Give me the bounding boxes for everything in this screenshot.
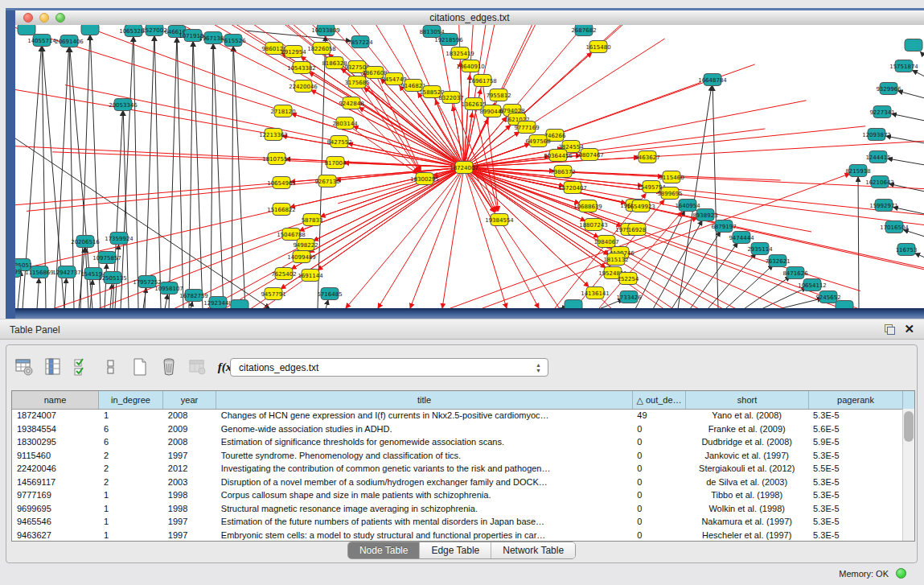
table-row[interactable]: 1938455462009Genome-wide association stu…	[12, 422, 902, 436]
graph-node-label: 1691144	[298, 273, 323, 279]
table-cell: Wolkin et al. (1998)	[685, 504, 808, 513]
table-cell: 5.3E-5	[808, 477, 902, 487]
column-header-pagerank[interactable]: pagerank	[809, 391, 903, 409]
graph-node[interactable]	[81, 25, 99, 35]
graph-node-label: 7615526	[220, 38, 246, 44]
table-row[interactable]: 946362711997Embryonic stem cells: a mode…	[12, 529, 902, 542]
graph-node-label: 252254	[618, 276, 639, 282]
graph-node-label: 16928	[628, 227, 646, 233]
table-options-button[interactable]	[14, 357, 34, 377]
table-cell: 0	[632, 451, 685, 460]
column-header-name[interactable]: name	[12, 391, 99, 409]
table-panel-title: Table Panel	[10, 324, 60, 336]
graph-node-label: 9227341	[869, 109, 894, 116]
table-cell: 9699695	[12, 504, 99, 513]
select-rows-button[interactable]	[72, 357, 92, 377]
graph-node-label: 12923448	[203, 300, 232, 307]
selected-network-table: citations_edges.txt	[239, 362, 318, 373]
table-row[interactable]: 1456911722003Disruption of a novel membe…	[12, 476, 902, 489]
column-header-short[interactable]: short	[686, 391, 809, 409]
graph-node[interactable]	[836, 301, 853, 309]
graph-node[interactable]	[231, 300, 248, 309]
table-scrollbar-thumb[interactable]	[904, 411, 914, 442]
graph-node-label: 10654965	[267, 180, 296, 187]
graph-node[interactable]	[905, 39, 922, 51]
graph-node-label: 9498222	[293, 242, 318, 249]
column-header-in_degree[interactable]: in_degree	[99, 391, 163, 409]
table-row[interactable]: 969969511998Structural magnetic resonanc…	[12, 502, 902, 516]
table-cell: 2	[99, 451, 163, 460]
graph-node[interactable]	[18, 25, 35, 35]
graph-node-label: 9329966	[876, 86, 901, 93]
graph-node-label: 20053346	[109, 102, 138, 109]
table-row[interactable]: 911546021997Tourette syndrome. Phenomeno…	[12, 449, 902, 463]
table-cell: Hescheler et al. (1997)	[685, 530, 808, 540]
tab-edge-table[interactable]: Edge Table	[420, 542, 491, 558]
network-view-window: citations_edges.txt 14055714206914061065…	[6, 8, 924, 319]
window-titlebar[interactable]: citations_edges.txt	[15, 10, 924, 26]
graph-node-label: 8454749	[381, 76, 406, 83]
graph-node-label: 16961758	[468, 78, 497, 84]
graph-node-label: 19218596	[434, 37, 463, 43]
graph-node-label: 18724007	[450, 165, 478, 171]
table-cell: 1	[99, 410, 163, 420]
graph-node-label: 10543382	[287, 65, 316, 72]
column-header-out_de[interactable]: △ out_de…	[633, 391, 686, 409]
graph-node-label: 8322037	[438, 95, 463, 101]
table-cell: 2	[99, 477, 163, 487]
table-cell: 2009	[163, 424, 216, 434]
graph-node[interactable]	[565, 300, 582, 309]
graph-node-label: 9146821	[400, 83, 425, 89]
graph-node-label: 18807243	[579, 222, 608, 229]
network-canvas[interactable]: 1405571420691406106532871527002646616110…	[15, 25, 924, 308]
graph-node-label: 12093872	[862, 132, 891, 138]
column-header-year[interactable]: year	[163, 391, 216, 409]
tab-network-table[interactable]: Network Table	[491, 542, 575, 558]
table-panel-titlebar[interactable]: Table Panel ✕	[0, 319, 924, 340]
table-row[interactable]: 977716911998Corpus callosum shape and si…	[12, 488, 902, 502]
tab-node-table[interactable]: Node Table	[348, 542, 421, 558]
table-row[interactable]: 2242004622012Investigating the contribut…	[12, 462, 902, 476]
table-cell: 9465546	[12, 517, 99, 526]
float-panel-icon[interactable]	[885, 324, 895, 335]
table-cell: 49	[632, 410, 685, 420]
table-row[interactable]: 1830029562008Estimation of significance …	[12, 435, 902, 449]
table-row[interactable]: 1872400712008Changes of HCN gene express…	[12, 409, 902, 422]
close-panel-icon[interactable]: ✕	[904, 322, 914, 336]
table-cell: 0	[632, 463, 685, 473]
graph-node-label: 587833	[302, 217, 323, 224]
table-cell: 9115460	[12, 451, 99, 460]
graph-node-label: 10958107	[154, 286, 183, 292]
row-height-button[interactable]	[101, 357, 121, 377]
table-cell: Changes of HCN gene expression and I(f) …	[216, 410, 633, 420]
delete-column-button[interactable]	[159, 357, 179, 377]
new-column-button[interactable]	[130, 357, 150, 377]
table-cell: Jankovic et al. (1997)	[685, 451, 808, 460]
graph-node-label: 8912954	[281, 49, 306, 56]
table-cell: 14569117	[12, 477, 99, 487]
graph-node-label: 7955812	[486, 93, 511, 99]
delete-table-button[interactable]	[188, 357, 207, 377]
graph-node-label: 7857224	[347, 39, 373, 46]
table-cell: 1998	[163, 504, 216, 513]
table-cell: 6	[99, 424, 163, 434]
graph-node-label: 15166822	[267, 207, 296, 213]
graph-node-label: 2718120	[270, 109, 295, 115]
table-cell: 18724007	[12, 410, 99, 420]
table-cell: Dudbridge et al. (2008)	[685, 437, 808, 447]
memory-status-icon[interactable]	[896, 568, 906, 579]
graph-node-label: 8186328	[322, 60, 347, 67]
table-cell: 1	[99, 530, 163, 540]
graph-node-label: 7632621	[765, 258, 790, 265]
graph-node-label: 20364456	[544, 153, 573, 159]
table-row[interactable]: 946554611997Estimation of the future num…	[12, 515, 902, 529]
network-table-selector[interactable]: citations_edges.txt ▲▼	[230, 358, 548, 377]
graph-node-label: 15751874	[889, 64, 918, 70]
node-table: namein_degreeyeartitle△ out_de…shortpage…	[11, 390, 915, 542]
show-columns-button[interactable]	[43, 357, 63, 377]
table-scrollbar[interactable]	[902, 409, 914, 541]
table-cell: 1997	[163, 530, 216, 540]
graph-node-label: 20691406	[55, 39, 84, 45]
table-cell: 5.3E-5	[808, 451, 902, 460]
column-header-title[interactable]: title	[216, 391, 633, 409]
